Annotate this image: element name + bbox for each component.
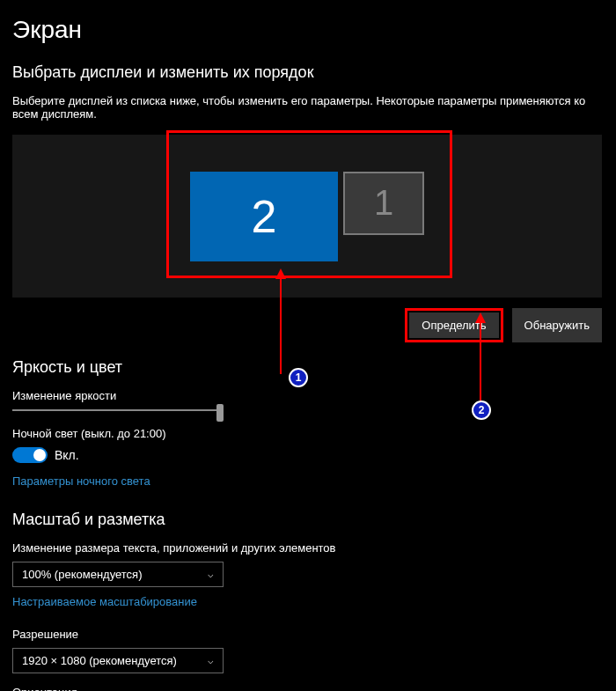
scale-dropdown-value: 100% (рекомендуется) — [22, 568, 142, 581]
resolution-dropdown[interactable]: 1920 × 1080 (рекомендуется) ⌵ — [12, 648, 224, 673]
scale-label: Изменение размера текста, приложений и д… — [12, 541, 604, 555]
monitor-1[interactable]: 1 — [343, 172, 424, 235]
brightness-slider[interactable] — [12, 409, 224, 411]
custom-scaling-link[interactable]: Настраиваемое масштабирование — [12, 595, 197, 608]
chevron-down-icon: ⌵ — [208, 655, 214, 666]
page-title: Экран — [12, 16, 604, 44]
brightness-slider-label: Изменение яркости — [12, 389, 604, 402]
identify-button[interactable]: Определить — [409, 312, 498, 338]
brightness-heading: Яркость и цвет — [12, 358, 604, 377]
night-light-label: Ночной свет (выкл. до 21:00) — [12, 427, 604, 440]
resolution-label: Разрешение — [12, 628, 604, 641]
toggle-knob — [33, 449, 46, 461]
arrange-description: Выберите дисплей из списка ниже, чтобы и… — [12, 94, 604, 121]
brightness-slider-thumb[interactable] — [216, 404, 224, 422]
annotation-marker-1: 1 — [289, 368, 308, 387]
monitor-2[interactable]: 2 — [190, 172, 338, 261]
chevron-down-icon: ⌵ — [208, 569, 214, 580]
orientation-label: Ориентация — [12, 686, 604, 691]
scale-dropdown[interactable]: 100% (рекомендуется) ⌵ — [12, 562, 224, 587]
detect-button[interactable]: Обнаружить — [512, 308, 602, 342]
night-light-toggle[interactable] — [12, 447, 48, 463]
display-canvas[interactable]: 2 1 — [12, 135, 602, 298]
annotation-highlight-identify: Определить — [405, 308, 502, 342]
night-light-settings-link[interactable]: Параметры ночного света — [12, 474, 150, 488]
arrange-heading: Выбрать дисплеи и изменить их порядок — [12, 63, 604, 82]
scale-heading: Масштаб и разметка — [12, 511, 604, 529]
resolution-dropdown-value: 1920 × 1080 (рекомендуется) — [22, 654, 177, 667]
night-light-toggle-state: Вкл. — [55, 448, 79, 462]
display-arrange-area: 2 1 — [12, 135, 604, 298]
display-buttons-row: Определить Обнаружить — [12, 308, 602, 342]
annotation-marker-2: 2 — [472, 401, 491, 420]
